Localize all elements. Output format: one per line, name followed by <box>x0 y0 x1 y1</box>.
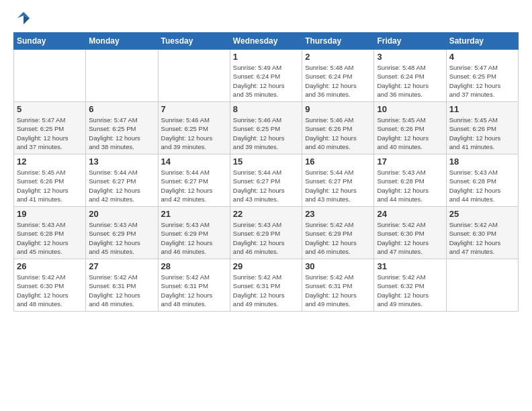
day-cell <box>158 50 230 102</box>
day-number: 17 <box>377 156 443 167</box>
day-cell <box>14 50 86 102</box>
weekday-header-monday: Monday <box>86 33 158 50</box>
day-info: Sunrise: 5:42 AM Sunset: 6:30 PM Dayligh… <box>17 273 83 308</box>
page: SundayMondayTuesdayWednesdayThursdayFrid… <box>0 0 532 411</box>
day-info: Sunrise: 5:43 AM Sunset: 6:28 PM Dayligh… <box>17 220 83 256</box>
weekday-header-sunday: Sunday <box>14 33 86 50</box>
day-cell: 11Sunrise: 5:45 AM Sunset: 6:26 PM Dayli… <box>446 102 518 154</box>
day-number: 14 <box>161 156 227 167</box>
day-number: 31 <box>377 261 443 271</box>
day-info: Sunrise: 5:42 AM Sunset: 6:30 PM Dayligh… <box>377 220 443 256</box>
day-number: 9 <box>305 104 371 114</box>
day-info: Sunrise: 5:43 AM Sunset: 6:28 PM Dayligh… <box>377 168 443 203</box>
day-number: 10 <box>377 104 443 114</box>
day-cell: 15Sunrise: 5:44 AM Sunset: 6:27 PM Dayli… <box>230 154 302 207</box>
day-number: 15 <box>233 156 299 167</box>
day-number: 25 <box>449 209 515 219</box>
day-number: 26 <box>17 261 83 271</box>
day-cell: 26Sunrise: 5:42 AM Sunset: 6:30 PM Dayli… <box>14 259 86 312</box>
day-cell: 4Sunrise: 5:47 AM Sunset: 6:25 PM Daylig… <box>446 50 518 102</box>
day-cell: 23Sunrise: 5:42 AM Sunset: 6:29 PM Dayli… <box>302 207 374 259</box>
day-info: Sunrise: 5:42 AM Sunset: 6:30 PM Dayligh… <box>449 220 515 256</box>
weekday-header-row: SundayMondayTuesdayWednesdayThursdayFrid… <box>14 33 519 50</box>
day-cell: 31Sunrise: 5:42 AM Sunset: 6:32 PM Dayli… <box>374 259 446 312</box>
day-cell: 24Sunrise: 5:42 AM Sunset: 6:30 PM Dayli… <box>374 207 446 259</box>
day-cell: 30Sunrise: 5:42 AM Sunset: 6:31 PM Dayli… <box>302 259 374 312</box>
day-info: Sunrise: 5:47 AM Sunset: 6:25 PM Dayligh… <box>17 116 83 151</box>
day-cell: 8Sunrise: 5:46 AM Sunset: 6:25 PM Daylig… <box>230 102 302 154</box>
day-number: 1 <box>233 52 299 62</box>
day-cell: 17Sunrise: 5:43 AM Sunset: 6:28 PM Dayli… <box>374 154 446 207</box>
day-info: Sunrise: 5:43 AM Sunset: 6:28 PM Dayligh… <box>449 168 515 203</box>
day-info: Sunrise: 5:49 AM Sunset: 6:24 PM Dayligh… <box>233 63 299 99</box>
day-number: 21 <box>161 209 227 219</box>
day-number: 11 <box>449 104 515 114</box>
week-row-1: 1Sunrise: 5:49 AM Sunset: 6:24 PM Daylig… <box>14 50 519 102</box>
day-info: Sunrise: 5:43 AM Sunset: 6:29 PM Dayligh… <box>233 220 299 256</box>
day-info: Sunrise: 5:47 AM Sunset: 6:25 PM Dayligh… <box>449 63 515 99</box>
day-number: 13 <box>89 156 154 167</box>
day-number: 3 <box>377 52 443 62</box>
header <box>13 11 519 26</box>
logo-icon <box>16 11 31 26</box>
day-info: Sunrise: 5:46 AM Sunset: 6:26 PM Dayligh… <box>305 116 371 151</box>
week-row-2: 5Sunrise: 5:47 AM Sunset: 6:25 PM Daylig… <box>14 102 519 154</box>
day-number: 12 <box>17 156 83 167</box>
day-cell: 28Sunrise: 5:42 AM Sunset: 6:31 PM Dayli… <box>158 259 230 312</box>
day-info: Sunrise: 5:42 AM Sunset: 6:31 PM Dayligh… <box>89 273 154 308</box>
day-info: Sunrise: 5:44 AM Sunset: 6:27 PM Dayligh… <box>233 168 299 203</box>
day-cell: 16Sunrise: 5:44 AM Sunset: 6:27 PM Dayli… <box>302 154 374 207</box>
day-cell: 2Sunrise: 5:48 AM Sunset: 6:24 PM Daylig… <box>302 50 374 102</box>
day-cell: 3Sunrise: 5:48 AM Sunset: 6:24 PM Daylig… <box>374 50 446 102</box>
week-row-3: 12Sunrise: 5:45 AM Sunset: 6:26 PM Dayli… <box>14 154 519 207</box>
day-number: 5 <box>17 104 83 114</box>
day-cell: 20Sunrise: 5:43 AM Sunset: 6:29 PM Dayli… <box>86 207 158 259</box>
day-number: 4 <box>449 52 515 62</box>
weekday-header-wednesday: Wednesday <box>230 33 302 50</box>
day-number: 30 <box>305 261 371 271</box>
day-cell: 14Sunrise: 5:44 AM Sunset: 6:27 PM Dayli… <box>158 154 230 207</box>
day-cell: 9Sunrise: 5:46 AM Sunset: 6:26 PM Daylig… <box>302 102 374 154</box>
weekday-header-thursday: Thursday <box>302 33 374 50</box>
day-cell: 21Sunrise: 5:43 AM Sunset: 6:29 PM Dayli… <box>158 207 230 259</box>
day-cell: 18Sunrise: 5:43 AM Sunset: 6:28 PM Dayli… <box>446 154 518 207</box>
day-info: Sunrise: 5:46 AM Sunset: 6:25 PM Dayligh… <box>161 116 227 151</box>
calendar-table: SundayMondayTuesdayWednesdayThursdayFrid… <box>13 32 519 312</box>
day-cell: 19Sunrise: 5:43 AM Sunset: 6:28 PM Dayli… <box>14 207 86 259</box>
day-number: 6 <box>89 104 154 114</box>
day-info: Sunrise: 5:46 AM Sunset: 6:25 PM Dayligh… <box>233 116 299 151</box>
weekday-header-tuesday: Tuesday <box>158 33 230 50</box>
day-info: Sunrise: 5:44 AM Sunset: 6:27 PM Dayligh… <box>89 168 154 203</box>
day-info: Sunrise: 5:42 AM Sunset: 6:31 PM Dayligh… <box>161 273 227 308</box>
day-number: 29 <box>233 261 299 271</box>
day-number: 23 <box>305 209 371 219</box>
day-cell: 5Sunrise: 5:47 AM Sunset: 6:25 PM Daylig… <box>14 102 86 154</box>
day-number: 8 <box>233 104 299 114</box>
day-info: Sunrise: 5:42 AM Sunset: 6:31 PM Dayligh… <box>305 273 371 308</box>
day-cell <box>86 50 158 102</box>
day-info: Sunrise: 5:48 AM Sunset: 6:24 PM Dayligh… <box>305 63 371 99</box>
day-number: 24 <box>377 209 443 219</box>
day-number: 20 <box>89 209 154 219</box>
day-cell <box>446 259 518 312</box>
day-cell: 6Sunrise: 5:47 AM Sunset: 6:25 PM Daylig… <box>86 102 158 154</box>
day-cell: 22Sunrise: 5:43 AM Sunset: 6:29 PM Dayli… <box>230 207 302 259</box>
day-info: Sunrise: 5:44 AM Sunset: 6:27 PM Dayligh… <box>305 168 371 203</box>
day-number: 19 <box>17 209 83 219</box>
day-info: Sunrise: 5:42 AM Sunset: 6:29 PM Dayligh… <box>305 220 371 256</box>
day-info: Sunrise: 5:45 AM Sunset: 6:26 PM Dayligh… <box>17 168 83 203</box>
weekday-header-saturday: Saturday <box>446 33 518 50</box>
day-number: 2 <box>305 52 371 62</box>
day-cell: 25Sunrise: 5:42 AM Sunset: 6:30 PM Dayli… <box>446 207 518 259</box>
week-row-5: 26Sunrise: 5:42 AM Sunset: 6:30 PM Dayli… <box>14 259 519 312</box>
day-info: Sunrise: 5:47 AM Sunset: 6:25 PM Dayligh… <box>89 116 154 151</box>
day-cell: 13Sunrise: 5:44 AM Sunset: 6:27 PM Dayli… <box>86 154 158 207</box>
day-cell: 10Sunrise: 5:45 AM Sunset: 6:26 PM Dayli… <box>374 102 446 154</box>
week-row-4: 19Sunrise: 5:43 AM Sunset: 6:28 PM Dayli… <box>14 207 519 259</box>
day-number: 18 <box>449 156 515 167</box>
day-number: 7 <box>161 104 227 114</box>
day-info: Sunrise: 5:45 AM Sunset: 6:26 PM Dayligh… <box>449 116 515 151</box>
day-info: Sunrise: 5:48 AM Sunset: 6:24 PM Dayligh… <box>377 63 443 99</box>
day-cell: 27Sunrise: 5:42 AM Sunset: 6:31 PM Dayli… <box>86 259 158 312</box>
day-number: 16 <box>305 156 371 167</box>
